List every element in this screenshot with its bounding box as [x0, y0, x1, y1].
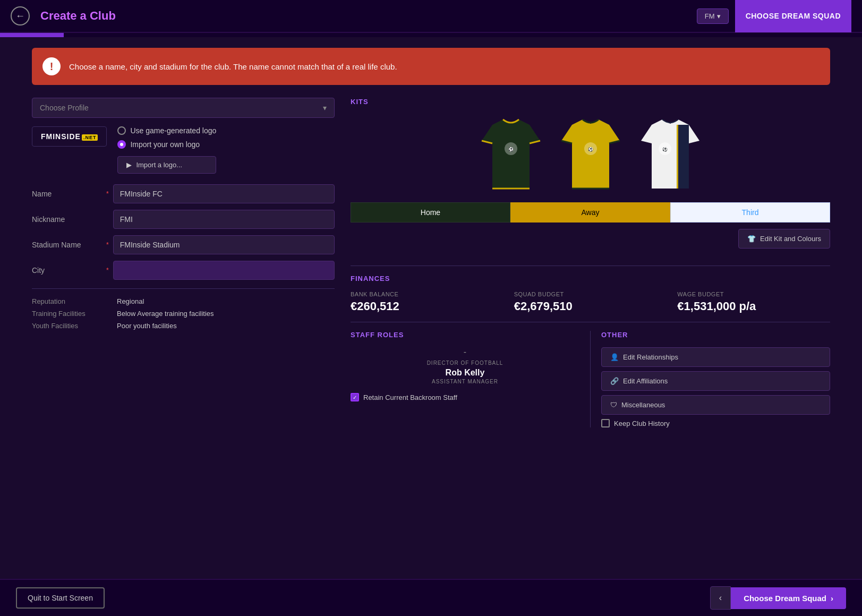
retain-checkbox-checked: ✓ [351, 393, 359, 401]
right-column: KITS [351, 98, 830, 427]
squad-budget-label: SQUAD BUDGET [514, 291, 667, 297]
choose-dream-squad-bottom-button[interactable]: Choose Dream Squad › [731, 587, 846, 609]
city-field-row: City * [32, 261, 335, 280]
misc-icon: 🛡 [610, 401, 617, 409]
error-icon: ! [42, 57, 61, 75]
progress-bar-fill [0, 33, 64, 37]
home-kit-tab[interactable]: Home [351, 202, 510, 223]
other-section-title: OTHER [601, 331, 830, 339]
choose-dream-squad-nav-button[interactable]: CHOOSE DREAM SQUAD [735, 0, 851, 32]
third-kit-svg: ⚽ [636, 114, 705, 194]
director-dash: - [351, 347, 579, 357]
youth-label: Youth Facilities [32, 322, 117, 330]
divider [32, 288, 335, 289]
kits-section-title: KITS [351, 98, 830, 106]
fminside-logo: FMINSIDE.NET [41, 132, 98, 141]
name-field-row: Name * [32, 184, 335, 203]
edit-affiliations-button[interactable]: 🔗 Edit Affiliations [601, 371, 830, 391]
bank-balance-value: €260,512 [351, 300, 503, 313]
third-kit-shirt: ⚽ [636, 114, 705, 194]
bottom-sections: STAFF ROLES - DIRECTOR OF FOOTBALL Rob K… [351, 322, 830, 427]
youth-value: Poor youth facilities [117, 322, 177, 330]
nickname-label: Nickname [32, 215, 106, 224]
staff-section-title: STAFF ROLES [351, 331, 579, 339]
profile-dropdown[interactable]: Choose Profile ▾ [32, 98, 335, 118]
stadium-input[interactable] [113, 235, 335, 254]
two-column-layout: Choose Profile ▾ FMINSIDE.NET Use game-g… [32, 98, 830, 427]
manager-name: Rob Kelly [351, 368, 579, 378]
relationships-icon: 👤 [610, 353, 619, 361]
reputation-value: Regional [117, 297, 144, 305]
progress-bar-container [0, 33, 862, 37]
away-kit-tab[interactable]: Away [510, 202, 670, 223]
bank-balance-label: BANK BALANCE [351, 291, 503, 297]
nickname-input[interactable] [113, 210, 335, 229]
home-kit-shirt: ⚽ [476, 114, 545, 194]
main-content: ! Choose a name, city and stadium for th… [0, 37, 862, 438]
error-message: Choose a name, city and stadium for the … [69, 62, 397, 71]
staff-section: STAFF ROLES - DIRECTOR OF FOOTBALL Rob K… [351, 331, 591, 427]
import-logo-button[interactable]: ▶ Import a logo... [117, 156, 216, 174]
name-label: Name [32, 190, 106, 198]
kits-display: ⚽ ⚽ [351, 114, 830, 194]
away-kit-svg: ⚽ [556, 114, 625, 194]
wage-budget-label: WAGE BUDGET [677, 291, 830, 297]
keep-history-checkbox-box [601, 419, 610, 427]
squad-budget: SQUAD BUDGET €2,679,510 [514, 291, 667, 313]
squad-budget-value: €2,679,510 [514, 300, 667, 313]
edit-kit-button[interactable]: 👕 Edit Kit and Colours [738, 229, 830, 249]
director-label: DIRECTOR OF FOOTBALL [351, 360, 579, 366]
quit-button[interactable]: Quit to Start Screen [16, 587, 105, 609]
logo-options: Use game-generated logo Import your own … [117, 126, 216, 174]
home-kit-svg: ⚽ [476, 114, 545, 194]
reputation-row: Reputation Regional [32, 297, 335, 305]
logo-display: FMINSIDE.NET [32, 126, 107, 147]
manager-role: ASSISTANT MANAGER [351, 379, 579, 384]
shirt-icon: 👕 [747, 235, 756, 243]
third-kit-tab[interactable]: Third [670, 202, 830, 223]
page-title: Create a Club [40, 9, 116, 23]
svg-text:⚽: ⚽ [508, 147, 514, 152]
away-kit-shirt: ⚽ [556, 114, 625, 194]
svg-text:⚽: ⚽ [662, 147, 668, 152]
import-logo-option[interactable]: Import your own logo [117, 140, 216, 149]
import-icon: ▶ [126, 161, 132, 169]
youth-row: Youth Facilities Poor youth facilities [32, 322, 335, 330]
finances-title: FINANCES [351, 275, 830, 283]
use-game-logo-option[interactable]: Use game-generated logo [117, 126, 216, 135]
finances-section: FINANCES BANK BALANCE €260,512 SQUAD BUD… [351, 266, 830, 313]
wage-budget: WAGE BUDGET €1,531,000 p/a [677, 291, 830, 313]
import-logo-radio[interactable] [117, 140, 126, 149]
keep-history-checkbox[interactable]: Keep Club History [601, 419, 830, 427]
prev-button[interactable]: ‹ [710, 586, 731, 610]
edit-relationships-button[interactable]: 👤 Edit Relationships [601, 347, 830, 367]
city-input[interactable] [113, 261, 335, 280]
svg-rect-5 [677, 125, 678, 189]
miscellaneous-button[interactable]: 🛡 Miscellaneous [601, 395, 830, 415]
training-row: Training Facilities Below Average traini… [32, 310, 335, 318]
nickname-field-row: Nickname * [32, 210, 335, 229]
finances-grid: BANK BALANCE €260,512 SQUAD BUDGET €2,67… [351, 291, 830, 313]
stadium-label: Stadium Name [32, 241, 106, 249]
wage-budget-value: €1,531,000 p/a [677, 300, 830, 313]
other-section: OTHER 👤 Edit Relationships 🔗 Edit Affili… [601, 331, 830, 427]
bottom-bar: Quit to Start Screen ‹ Choose Dream Squa… [0, 579, 862, 616]
svg-rect-4 [678, 125, 689, 189]
retain-checkbox[interactable]: ✓ Retain Current Backroom Staff [351, 393, 579, 401]
training-value: Below Average training facilities [117, 310, 214, 318]
fm-menu-button[interactable]: FM ▾ [697, 8, 729, 24]
logo-section: FMINSIDE.NET Use game-generated logo Imp… [32, 126, 335, 174]
name-input[interactable] [113, 184, 335, 203]
affiliations-icon: 🔗 [610, 377, 619, 385]
bottom-right: ‹ Choose Dream Squad › [710, 586, 846, 610]
back-button[interactable]: ← [11, 6, 30, 25]
city-label: City [32, 266, 106, 275]
reputation-label: Reputation [32, 297, 117, 305]
top-navigation: ← Create a Club FM ▾ CHOOSE DREAM SQUAD [0, 0, 862, 33]
left-column: Choose Profile ▾ FMINSIDE.NET Use game-g… [32, 98, 335, 427]
use-game-logo-radio[interactable] [117, 126, 126, 135]
bank-balance: BANK BALANCE €260,512 [351, 291, 503, 313]
nav-right: FM ▾ CHOOSE DREAM SQUAD [697, 0, 851, 32]
error-banner: ! Choose a name, city and stadium for th… [32, 48, 830, 85]
training-label: Training Facilities [32, 310, 117, 318]
